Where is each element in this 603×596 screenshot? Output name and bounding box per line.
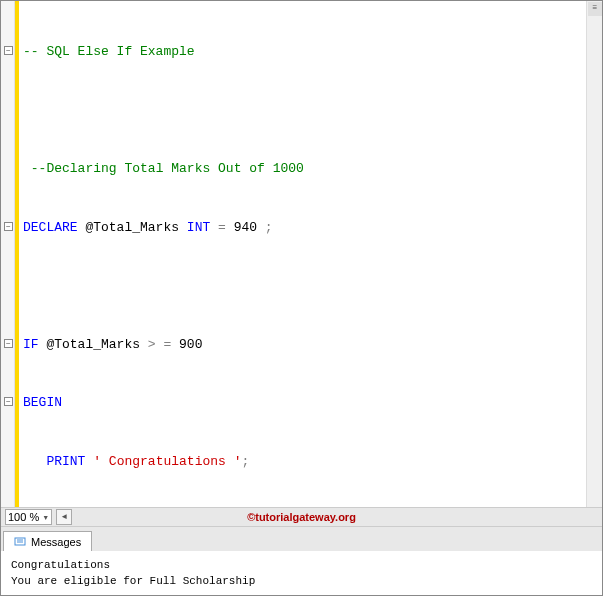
results-tab-bar: Messages [1,527,602,551]
chevron-down-icon: ▼ [42,514,49,521]
tab-messages[interactable]: Messages [3,531,92,551]
messages-icon [14,536,26,548]
fold-icon[interactable]: − [4,339,13,348]
fold-icon[interactable]: − [4,222,13,231]
status-bar: 100 % ▼ ◄ ©tutorialgateway.org [1,507,602,527]
keyword: DECLARE [23,220,78,235]
scroll-split-icon[interactable]: ≡ [588,2,602,16]
scroll-left-icon[interactable]: ◄ [56,509,72,525]
keyword: PRINT [46,454,85,469]
zoom-value: 100 % [8,511,39,523]
gutter [1,1,15,507]
tab-label: Messages [31,536,81,548]
keyword: IF [23,337,39,352]
zoom-dropdown[interactable]: 100 % ▼ [5,509,52,525]
string: ' Congratulations ' [85,454,241,469]
comment: --Declaring Total Marks Out of 1000 [31,161,304,176]
code-content[interactable]: −-- SQL Else If Example --Declaring Tota… [1,1,602,507]
change-marker [15,1,19,507]
keyword: BEGIN [23,395,62,410]
watermark: ©tutorialgateway.org [247,511,356,523]
output-line: Congratulations [11,557,592,573]
fold-icon[interactable]: − [4,46,13,55]
messages-output[interactable]: Congratulations You are eligible for Ful… [1,551,602,595]
code-editor[interactable]: ≡ −-- SQL Else If Example --Declaring To… [1,1,602,507]
output-line: You are eligible for Full Scholarship [11,573,592,589]
fold-icon[interactable]: − [4,397,13,406]
comment: -- SQL Else If Example [23,44,195,59]
vertical-scrollbar[interactable]: ≡ [586,1,602,507]
